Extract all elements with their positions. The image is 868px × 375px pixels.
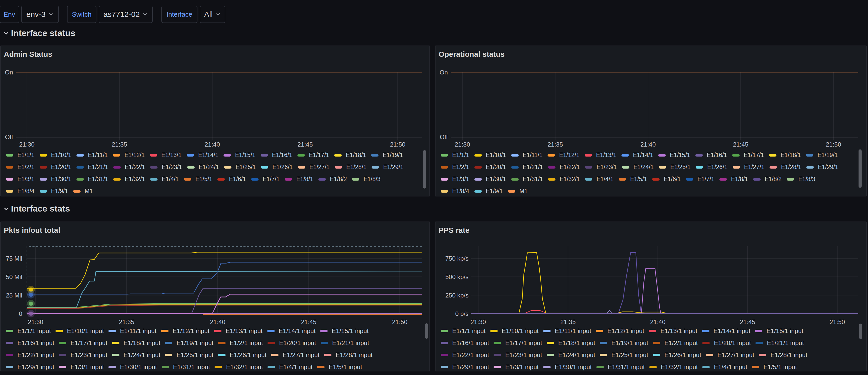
svg-text:21:35: 21:35: [112, 141, 127, 148]
svg-text:21:40: 21:40: [650, 318, 665, 325]
svg-text:0 p/s: 0 p/s: [455, 310, 468, 317]
svg-text:21:35: 21:35: [560, 318, 576, 325]
svg-text:21:50: 21:50: [390, 141, 405, 148]
svg-text:On: On: [440, 69, 448, 76]
svg-text:750 kp/s: 750 kp/s: [445, 255, 468, 262]
svg-text:21:30: 21:30: [455, 141, 470, 148]
svg-text:On: On: [5, 69, 13, 76]
svg-text:50 Mil: 50 Mil: [6, 274, 22, 280]
svg-text:Off: Off: [5, 133, 13, 140]
svg-text:21:30: 21:30: [28, 318, 43, 325]
svg-text:21:45: 21:45: [301, 318, 316, 325]
svg-text:21:30: 21:30: [471, 318, 486, 325]
svg-text:21:50: 21:50: [830, 318, 845, 325]
svg-text:75 Mil: 75 Mil: [6, 255, 22, 262]
svg-text:21:45: 21:45: [740, 318, 755, 325]
svg-text:21:40: 21:40: [205, 141, 220, 148]
svg-text:21:40: 21:40: [210, 318, 225, 325]
svg-text:21:45: 21:45: [298, 141, 313, 148]
svg-text:25 Mil: 25 Mil: [6, 292, 22, 299]
svg-text:21:35: 21:35: [548, 141, 563, 148]
svg-text:21:45: 21:45: [733, 141, 748, 148]
svg-text:21:30: 21:30: [19, 141, 34, 148]
svg-text:0: 0: [19, 310, 22, 317]
svg-text:21:50: 21:50: [392, 318, 407, 325]
svg-text:500 kp/s: 500 kp/s: [445, 274, 468, 280]
svg-text:21:40: 21:40: [641, 141, 656, 148]
svg-text:21:35: 21:35: [119, 318, 134, 325]
svg-text:Off: Off: [440, 133, 448, 140]
svg-text:21:50: 21:50: [826, 141, 841, 148]
svg-text:250 kp/s: 250 kp/s: [445, 292, 468, 299]
